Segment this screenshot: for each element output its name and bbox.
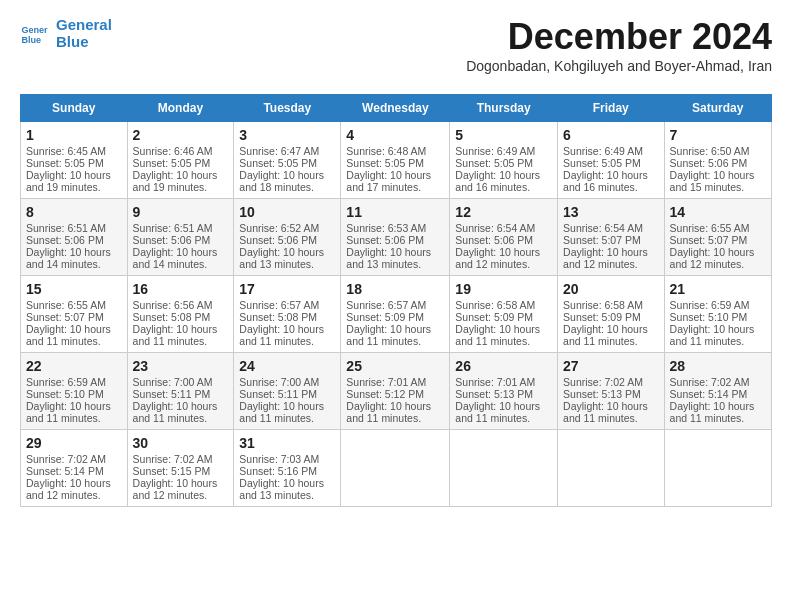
day-number: 5: [455, 127, 552, 143]
sunset-label: Sunset: 5:05 PM: [239, 157, 317, 169]
daylight-label: Daylight: 10 hours and 11 minutes.: [239, 323, 324, 347]
sunset-label: Sunset: 5:05 PM: [133, 157, 211, 169]
sunrise-label: Sunrise: 6:46 AM: [133, 145, 213, 157]
sunrise-label: Sunrise: 6:57 AM: [239, 299, 319, 311]
day-number: 31: [239, 435, 335, 451]
sunrise-label: Sunrise: 6:53 AM: [346, 222, 426, 234]
daylight-label: Daylight: 10 hours and 11 minutes.: [563, 323, 648, 347]
sunrise-label: Sunrise: 6:59 AM: [26, 376, 106, 388]
day-number: 6: [563, 127, 659, 143]
daylight-label: Daylight: 10 hours and 17 minutes.: [346, 169, 431, 193]
calendar-table: SundayMondayTuesdayWednesdayThursdayFrid…: [20, 94, 772, 507]
day-number: 23: [133, 358, 229, 374]
daylight-label: Daylight: 10 hours and 12 minutes.: [26, 477, 111, 501]
calendar-body: 1 Sunrise: 6:45 AM Sunset: 5:05 PM Dayli…: [21, 122, 772, 507]
calendar-day-cell: 19 Sunrise: 6:58 AM Sunset: 5:09 PM Dayl…: [450, 276, 558, 353]
sunset-label: Sunset: 5:06 PM: [26, 234, 104, 246]
daylight-label: Daylight: 10 hours and 12 minutes.: [133, 477, 218, 501]
calendar-week-row: 1 Sunrise: 6:45 AM Sunset: 5:05 PM Dayli…: [21, 122, 772, 199]
sunrise-label: Sunrise: 6:55 AM: [670, 222, 750, 234]
weekday-header-cell: Friday: [558, 95, 665, 122]
day-number: 22: [26, 358, 122, 374]
calendar-day-cell: 3 Sunrise: 6:47 AM Sunset: 5:05 PM Dayli…: [234, 122, 341, 199]
calendar-day-empty: [558, 430, 665, 507]
daylight-label: Daylight: 10 hours and 18 minutes.: [239, 169, 324, 193]
calendar-day-cell: 25 Sunrise: 7:01 AM Sunset: 5:12 PM Dayl…: [341, 353, 450, 430]
day-number: 10: [239, 204, 335, 220]
calendar-day-cell: 26 Sunrise: 7:01 AM Sunset: 5:13 PM Dayl…: [450, 353, 558, 430]
sunset-label: Sunset: 5:13 PM: [455, 388, 533, 400]
sunset-label: Sunset: 5:06 PM: [670, 157, 748, 169]
month-title: December 2024: [466, 16, 772, 58]
calendar-day-cell: 27 Sunrise: 7:02 AM Sunset: 5:13 PM Dayl…: [558, 353, 665, 430]
calendar-day-empty: [664, 430, 771, 507]
day-number: 15: [26, 281, 122, 297]
sunrise-label: Sunrise: 6:51 AM: [133, 222, 213, 234]
calendar-week-row: 29 Sunrise: 7:02 AM Sunset: 5:14 PM Dayl…: [21, 430, 772, 507]
calendar-subtitle: Dogonbadan, Kohgiluyeh and Boyer-Ahmad, …: [466, 58, 772, 74]
sunset-label: Sunset: 5:14 PM: [26, 465, 104, 477]
weekday-header-cell: Tuesday: [234, 95, 341, 122]
sunset-label: Sunset: 5:09 PM: [455, 311, 533, 323]
sunset-label: Sunset: 5:05 PM: [455, 157, 533, 169]
day-number: 20: [563, 281, 659, 297]
calendar-week-row: 8 Sunrise: 6:51 AM Sunset: 5:06 PM Dayli…: [21, 199, 772, 276]
sunset-label: Sunset: 5:05 PM: [26, 157, 104, 169]
day-number: 14: [670, 204, 766, 220]
sunset-label: Sunset: 5:06 PM: [133, 234, 211, 246]
daylight-label: Daylight: 10 hours and 12 minutes.: [670, 246, 755, 270]
daylight-label: Daylight: 10 hours and 16 minutes.: [563, 169, 648, 193]
sunset-label: Sunset: 5:10 PM: [670, 311, 748, 323]
sunset-label: Sunset: 5:07 PM: [563, 234, 641, 246]
sunrise-label: Sunrise: 6:50 AM: [670, 145, 750, 157]
daylight-label: Daylight: 10 hours and 19 minutes.: [26, 169, 111, 193]
weekday-header-cell: Sunday: [21, 95, 128, 122]
daylight-label: Daylight: 10 hours and 11 minutes.: [133, 400, 218, 424]
svg-text:Blue: Blue: [21, 35, 41, 45]
sunset-label: Sunset: 5:06 PM: [455, 234, 533, 246]
daylight-label: Daylight: 10 hours and 19 minutes.: [133, 169, 218, 193]
daylight-label: Daylight: 10 hours and 12 minutes.: [563, 246, 648, 270]
sunrise-label: Sunrise: 6:45 AM: [26, 145, 106, 157]
day-number: 26: [455, 358, 552, 374]
sunrise-label: Sunrise: 6:58 AM: [455, 299, 535, 311]
calendar-day-cell: 24 Sunrise: 7:00 AM Sunset: 5:11 PM Dayl…: [234, 353, 341, 430]
sunrise-label: Sunrise: 6:54 AM: [455, 222, 535, 234]
day-number: 2: [133, 127, 229, 143]
sunset-label: Sunset: 5:12 PM: [346, 388, 424, 400]
calendar-day-cell: 2 Sunrise: 6:46 AM Sunset: 5:05 PM Dayli…: [127, 122, 234, 199]
sunrise-label: Sunrise: 6:51 AM: [26, 222, 106, 234]
calendar-day-cell: 13 Sunrise: 6:54 AM Sunset: 5:07 PM Dayl…: [558, 199, 665, 276]
day-number: 30: [133, 435, 229, 451]
calendar-day-empty: [450, 430, 558, 507]
sunrise-label: Sunrise: 6:49 AM: [455, 145, 535, 157]
sunset-label: Sunset: 5:09 PM: [346, 311, 424, 323]
day-number: 11: [346, 204, 444, 220]
calendar-day-cell: 11 Sunrise: 6:53 AM Sunset: 5:06 PM Dayl…: [341, 199, 450, 276]
sunrise-label: Sunrise: 6:47 AM: [239, 145, 319, 157]
weekday-header-cell: Thursday: [450, 95, 558, 122]
calendar-day-cell: 23 Sunrise: 7:00 AM Sunset: 5:11 PM Dayl…: [127, 353, 234, 430]
daylight-label: Daylight: 10 hours and 11 minutes.: [455, 323, 540, 347]
day-number: 29: [26, 435, 122, 451]
calendar-day-cell: 7 Sunrise: 6:50 AM Sunset: 5:06 PM Dayli…: [664, 122, 771, 199]
logo-text: General Blue: [56, 16, 112, 50]
daylight-label: Daylight: 10 hours and 11 minutes.: [133, 323, 218, 347]
calendar-day-cell: 14 Sunrise: 6:55 AM Sunset: 5:07 PM Dayl…: [664, 199, 771, 276]
day-number: 8: [26, 204, 122, 220]
sunset-label: Sunset: 5:05 PM: [563, 157, 641, 169]
calendar-day-cell: 18 Sunrise: 6:57 AM Sunset: 5:09 PM Dayl…: [341, 276, 450, 353]
daylight-label: Daylight: 10 hours and 11 minutes.: [563, 400, 648, 424]
calendar-day-cell: 4 Sunrise: 6:48 AM Sunset: 5:05 PM Dayli…: [341, 122, 450, 199]
daylight-label: Daylight: 10 hours and 11 minutes.: [670, 400, 755, 424]
calendar-day-cell: 20 Sunrise: 6:58 AM Sunset: 5:09 PM Dayl…: [558, 276, 665, 353]
sunset-label: Sunset: 5:08 PM: [239, 311, 317, 323]
daylight-label: Daylight: 10 hours and 11 minutes.: [239, 400, 324, 424]
calendar-day-cell: 10 Sunrise: 6:52 AM Sunset: 5:06 PM Dayl…: [234, 199, 341, 276]
sunset-label: Sunset: 5:16 PM: [239, 465, 317, 477]
day-number: 21: [670, 281, 766, 297]
sunrise-label: Sunrise: 6:55 AM: [26, 299, 106, 311]
sunrise-label: Sunrise: 7:01 AM: [346, 376, 426, 388]
calendar-day-cell: 12 Sunrise: 6:54 AM Sunset: 5:06 PM Dayl…: [450, 199, 558, 276]
sunset-label: Sunset: 5:07 PM: [670, 234, 748, 246]
